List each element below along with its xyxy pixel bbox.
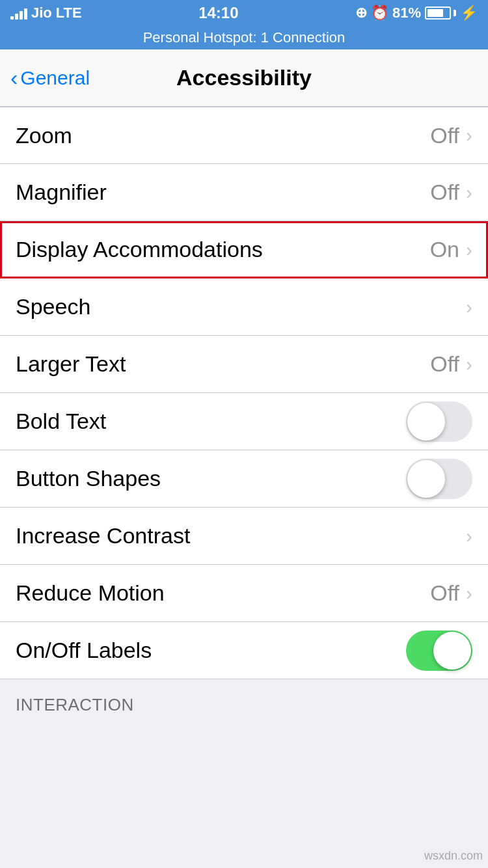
lock-icon: ⊕ (355, 5, 367, 21)
row-value-reduce-motion: Off (430, 580, 459, 606)
network-label: LTE (56, 5, 82, 21)
row-right-bold-text (406, 401, 472, 442)
settings-row-speech[interactable]: Speech› (0, 278, 488, 336)
row-right-reduce-motion: Off› (430, 580, 472, 606)
row-value-display-accommodations: On (430, 237, 459, 262)
signal-icon (10, 7, 27, 20)
row-label-larger-text: Larger Text (16, 351, 126, 377)
chevron-icon-increase-contrast: › (466, 526, 472, 546)
toggle-thumb-button-shapes (407, 460, 445, 498)
charging-icon: ⚡ (460, 5, 478, 21)
page-title: Accessibility (176, 65, 312, 90)
toggle-bold-text[interactable] (406, 401, 472, 442)
section-header: INTERACTION (0, 679, 488, 722)
status-bar: Jio LTE 14:10 ⊕ ⏰ 81% ⚡ (0, 0, 488, 26)
settings-row-increase-contrast[interactable]: Increase Contrast› (0, 508, 488, 565)
row-label-speech: Speech (16, 294, 90, 319)
row-label-magnifier: Magnifier (16, 180, 107, 205)
watermark: wsxdn.com (424, 849, 483, 863)
settings-row-reduce-motion[interactable]: Reduce MotionOff› (0, 565, 488, 622)
settings-list: ZoomOff›MagnifierOff›Display Accommodati… (0, 107, 488, 679)
row-right-larger-text: Off› (430, 351, 472, 377)
nav-bar: ‹ General Accessibility (0, 49, 488, 107)
toggle-thumb-bold-text (407, 403, 445, 441)
row-label-reduce-motion: Reduce Motion (16, 580, 165, 606)
chevron-icon-larger-text: › (466, 355, 472, 374)
settings-row-display-accommodations[interactable]: Display AccommodationsOn› (0, 221, 488, 278)
settings-row-on-off-labels[interactable]: On/Off Labels (0, 622, 488, 679)
row-value-magnifier: Off (430, 180, 459, 205)
alarm-icon: ⏰ (371, 5, 388, 21)
row-label-on-off-labels: On/Off Labels (16, 638, 152, 663)
row-value-zoom: Off (430, 123, 459, 148)
row-label-bold-text: Bold Text (16, 409, 106, 434)
hotspot-bar: Personal Hotspot: 1 Connection (0, 26, 488, 49)
chevron-icon-zoom: › (466, 126, 472, 145)
settings-row-bold-text[interactable]: Bold Text (0, 393, 488, 450)
chevron-icon-magnifier: › (466, 183, 472, 202)
settings-row-button-shapes[interactable]: Button Shapes (0, 450, 488, 508)
row-label-zoom: Zoom (16, 123, 72, 148)
battery-icon (425, 7, 456, 20)
back-chevron-icon: ‹ (10, 66, 18, 88)
row-value-larger-text: Off (430, 351, 459, 377)
settings-row-magnifier[interactable]: MagnifierOff› (0, 164, 488, 221)
row-right-zoom: Off› (430, 123, 472, 148)
row-right-on-off-labels (406, 631, 472, 671)
time-label: 14:10 (198, 4, 238, 22)
row-right-button-shapes (406, 459, 472, 499)
status-left: Jio LTE (10, 5, 82, 21)
chevron-icon-display-accommodations: › (466, 240, 472, 260)
back-button[interactable]: ‹ General (10, 67, 90, 89)
row-right-increase-contrast: › (466, 526, 472, 546)
chevron-icon-speech: › (466, 297, 472, 317)
row-right-speech: › (466, 297, 472, 317)
chevron-icon-reduce-motion: › (466, 584, 472, 603)
hotspot-text: Personal Hotspot: 1 Connection (143, 29, 346, 46)
toggle-button-shapes[interactable] (406, 459, 472, 499)
settings-row-zoom[interactable]: ZoomOff› (0, 107, 488, 164)
row-label-increase-contrast: Increase Contrast (16, 523, 190, 549)
row-right-display-accommodations: On› (430, 237, 472, 262)
back-label: General (20, 67, 90, 89)
toggle-on-off-labels[interactable] (406, 631, 472, 671)
toggle-thumb-on-off-labels (433, 632, 471, 670)
settings-row-larger-text[interactable]: Larger TextOff› (0, 336, 488, 393)
status-right: ⊕ ⏰ 81% ⚡ (355, 5, 478, 21)
row-right-magnifier: Off› (430, 180, 472, 205)
battery-percent: 81% (392, 5, 421, 21)
row-label-display-accommodations: Display Accommodations (16, 237, 263, 262)
carrier-label: Jio (31, 5, 52, 21)
row-label-button-shapes: Button Shapes (16, 466, 161, 491)
